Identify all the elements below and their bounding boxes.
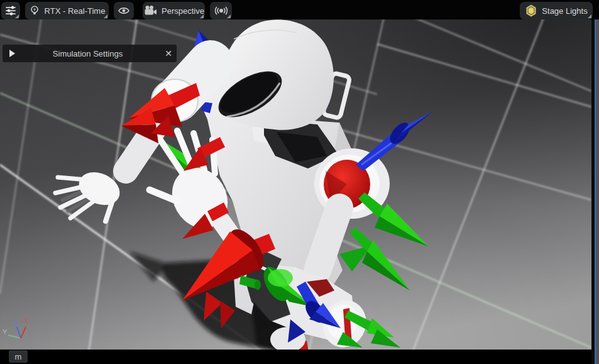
- stage-lights-button[interactable]: Stage Lights: [520, 2, 593, 19]
- stage-lights-label: Stage Lights: [542, 6, 587, 16]
- collapse-arrow-icon[interactable]: [9, 50, 15, 57]
- viewport-settings-button[interactable]: [1, 2, 20, 19]
- live-signal-icon: [214, 5, 229, 16]
- panel-title: Simulation Settings: [15, 49, 160, 58]
- dropdown-corner: [588, 14, 591, 18]
- axis-y-label: Y: [3, 328, 8, 336]
- camera-button[interactable]: Perspective: [143, 2, 205, 19]
- capture-button[interactable]: [210, 2, 232, 19]
- visibility-button[interactable]: [114, 2, 134, 19]
- bottom-bar: [0, 350, 596, 364]
- close-icon[interactable]: ✕: [160, 48, 177, 58]
- eye-icon: [118, 6, 130, 16]
- axis-z-label: Z: [14, 320, 18, 328]
- renderer-label: RTX - Real-Time: [45, 6, 106, 16]
- stage-light-icon: [525, 4, 537, 18]
- lightbulb-icon: [29, 4, 40, 17]
- simulation-settings-panel-header: Simulation Settings ✕: [3, 45, 177, 62]
- sliders-icon: [4, 4, 18, 18]
- renderer-button[interactable]: RTX - Real-Time: [25, 2, 109, 19]
- viewport-toolbar: RTX - Real-Time Perspective: [0, 0, 599, 19]
- unit-badge: m: [9, 350, 28, 363]
- video-camera-icon: [143, 5, 157, 16]
- omniverse-viewport-window: Y Z X RTX - Real-Time: [0, 0, 599, 364]
- pane-splitter[interactable]: [596, 19, 599, 364]
- camera-label: Perspective: [162, 6, 204, 16]
- axis-x-label: X: [24, 317, 29, 324]
